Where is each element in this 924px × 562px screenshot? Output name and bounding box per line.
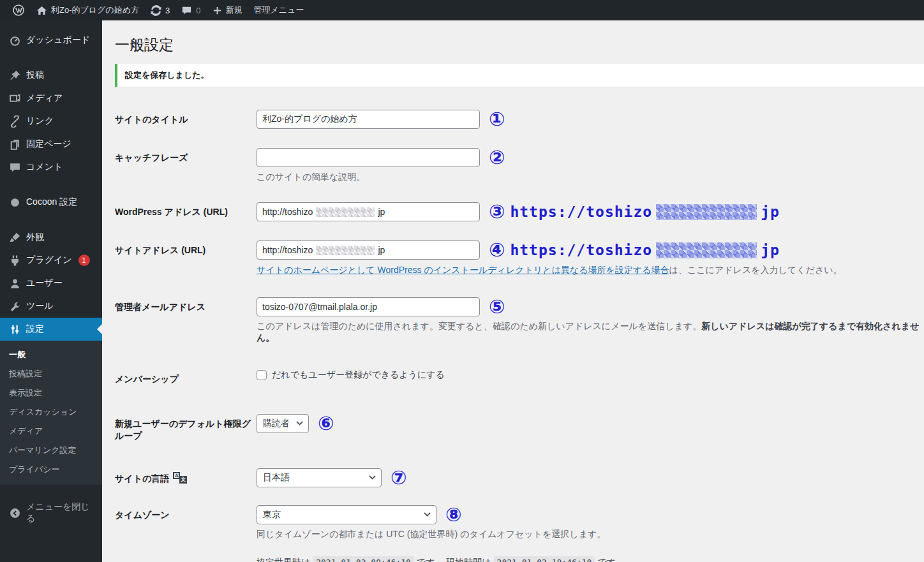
settings-saved-notice: 設定を保存しました。 — [115, 64, 924, 87]
annotation-6: ⑥ — [318, 414, 334, 433]
site-language-value: 日本語 — [263, 472, 290, 484]
sidebar-item-media[interactable]: メディア — [0, 87, 102, 110]
sidebar-item-posts[interactable]: 投稿 — [0, 64, 102, 87]
utc-time-line: 協定世界時は 2021-01-02 09:46:10 です。 現地時間は 202… — [257, 557, 924, 562]
url-prefix: http://toshizo — [262, 207, 313, 217]
pixelated-url-mask — [656, 204, 757, 220]
membership-row: メンバーシップ だれでもユーザー登録ができるようにする — [115, 369, 924, 386]
updates-menu[interactable]: 3 — [145, 0, 175, 20]
plug-icon — [8, 254, 21, 267]
site-language-row: サイトの言語A文 日本語 ⑦ — [115, 468, 924, 487]
utc-label: 協定世界時は — [257, 557, 310, 562]
utc-time-code: 2021-01-02 09:46:10 — [313, 556, 414, 562]
comment-bubble-icon — [181, 5, 192, 16]
site-address-input[interactable]: http://toshizo jp — [257, 240, 480, 260]
admin-menu-item[interactable]: 管理メニュー — [248, 0, 310, 20]
pixelated-url-mask — [656, 242, 757, 258]
tagline-input[interactable] — [257, 148, 480, 167]
annotation-7: ⑦ — [391, 468, 406, 487]
sidebar-item-tools[interactable]: ツール — [0, 295, 102, 318]
url-prefix: http://toshizo — [262, 245, 313, 255]
cocoon-circle-icon — [8, 196, 21, 209]
submenu-item-discussion[interactable]: ディスカッション — [0, 403, 102, 422]
site-address-help: サイトのホームページとして WordPress のインストールディレクトリとは異… — [257, 265, 924, 276]
admin-email-input[interactable] — [257, 297, 480, 316]
sidebar-item-comments[interactable]: コメント — [0, 156, 102, 179]
wordpress-logo-menu[interactable] — [6, 0, 31, 20]
plugins-update-badge: 1 — [78, 255, 90, 266]
site-language-select[interactable]: 日本語 — [257, 468, 382, 487]
submenu-item-permalinks[interactable]: パーマリンク設定 — [0, 441, 102, 460]
sidebar-item-label: コメント — [26, 161, 63, 173]
chevron-down-icon — [424, 512, 431, 517]
visit-site-link[interactable]: 利Zo-的ブログの始め方 — [31, 0, 145, 20]
home-icon — [36, 5, 47, 16]
sidebar-item-label: 投稿 — [26, 70, 44, 81]
submenu-item-general[interactable]: 一般 — [0, 345, 102, 364]
overlay-url-prefix: https://toshizo — [510, 203, 652, 220]
membership-checkbox[interactable] — [257, 370, 267, 380]
sidebar-item-pages[interactable]: 固定ページ — [0, 133, 102, 156]
timezone-select[interactable]: 東京 — [257, 505, 436, 524]
submenu-item-media[interactable]: メディア — [0, 422, 102, 441]
sidebar-item-label: ユーザー — [26, 277, 63, 289]
sidebar-item-links[interactable]: リンク — [0, 110, 102, 133]
admin-email-label: 管理者メールアドレス — [115, 297, 257, 314]
new-label: 新規 — [226, 4, 242, 16]
sidebar-item-appearance[interactable]: 外観 — [0, 226, 102, 249]
site-language-label: サイトの言語A文 — [115, 468, 257, 485]
submenu-item-reading[interactable]: 表示設定 — [0, 383, 102, 403]
collapse-menu-button[interactable]: メニューを閉じる — [0, 496, 102, 529]
sidebar-item-label: 設定 — [26, 323, 44, 335]
wordpress-address-label: WordPress アドレス (URL) — [115, 202, 257, 219]
sidebar-item-cocoon-settings[interactable]: Cocoon 設定 — [0, 191, 102, 214]
site-language-label-text: サイトの言語 — [115, 473, 169, 484]
sidebar-item-dashboard[interactable]: ダッシュボード — [0, 29, 102, 52]
wordpress-admin-screen: 利Zo-的ブログの始め方 3 0 新規 管理メニュー — [0, 0, 924, 562]
site-title-label: サイトのタイトル — [115, 110, 257, 126]
sidebar-item-users[interactable]: ユーザー — [0, 272, 102, 295]
overlay-url-suffix: jp — [761, 242, 780, 258]
site-address-help-tail: は、ここにアドレスを入力してください。 — [669, 265, 842, 275]
admin-bar-site-name: 利Zo-的ブログの始め方 — [51, 4, 139, 16]
membership-checkbox-label[interactable]: だれでもユーザー登録ができるようにする — [272, 369, 445, 381]
wordpress-address-overlay-url: https://toshizo jp — [510, 203, 779, 220]
settings-submenu: 一般 投稿設定 表示設定 ディスカッション メディア パーマリンク設定 プライバ… — [0, 341, 102, 485]
plus-icon — [212, 6, 222, 15]
comment-bubble-icon — [8, 161, 21, 174]
wrench-icon — [8, 300, 21, 313]
default-role-select[interactable]: 購読者 — [257, 414, 309, 433]
comments-menu[interactable]: 0 — [175, 0, 206, 20]
annotation-3: ③ — [489, 202, 505, 221]
annotation-2: ② — [489, 148, 505, 167]
media-icon — [8, 92, 21, 105]
annotation-8: ⑧ — [445, 505, 461, 524]
pushpin-icon — [8, 69, 21, 82]
paint-brush-icon — [8, 231, 21, 244]
submenu-item-privacy[interactable]: プライバシー — [0, 460, 102, 479]
sidebar-item-label: メディア — [26, 92, 63, 104]
default-role-value: 購読者 — [263, 418, 290, 429]
new-content-menu[interactable]: 新規 — [207, 0, 248, 20]
default-role-row: 新規ユーザーのデフォルト権限グループ 購読者 ⑥ — [115, 414, 924, 443]
admin-menu-label: 管理メニュー — [254, 4, 304, 16]
translation-icon: A文 — [173, 472, 187, 484]
annotation-1: ① — [489, 110, 505, 129]
sidebar-item-label: Cocoon 設定 — [26, 196, 77, 208]
sidebar-item-label: リンク — [26, 115, 54, 127]
sidebar-item-label: 固定ページ — [26, 138, 71, 150]
wordpress-address-row: WordPress アドレス (URL) http://toshizo jp ③… — [115, 202, 924, 221]
wordpress-address-input[interactable]: http://toshizo jp — [257, 202, 480, 221]
membership-label: メンバーシップ — [115, 369, 257, 386]
overlay-url-prefix: https://toshizo — [510, 242, 652, 258]
site-title-input[interactable] — [257, 110, 480, 129]
sidebar-item-settings[interactable]: 設定 — [0, 318, 102, 341]
submenu-item-writing[interactable]: 投稿設定 — [0, 364, 102, 383]
url-suffix: jp — [378, 245, 385, 255]
notice-text: 設定を保存しました。 — [125, 70, 209, 80]
sidebar-item-plugins[interactable]: プラグイン 1 — [0, 249, 102, 272]
chain-link-icon — [8, 115, 21, 128]
chevron-down-icon — [296, 421, 303, 425]
install-directory-link[interactable]: サイトのホームページとして WordPress のインストールディレクトリとは異… — [257, 265, 669, 275]
updates-count: 3 — [165, 6, 170, 15]
